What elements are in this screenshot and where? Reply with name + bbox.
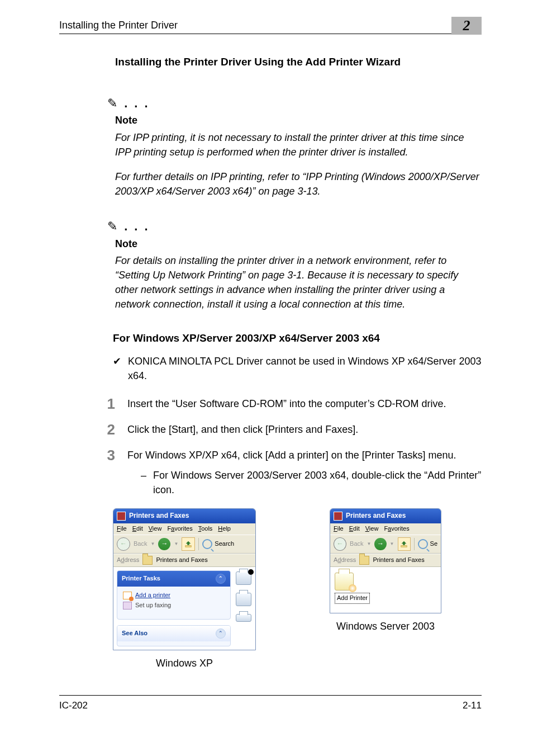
search-button[interactable]: Search — [202, 539, 234, 549]
collapse-icon[interactable]: ⌃ — [216, 629, 226, 639]
step-text: Click the [Start], and then click [Print… — [127, 422, 482, 437]
menu-edit[interactable]: Edit — [132, 525, 143, 533]
menu-help[interactable]: Help — [218, 525, 231, 533]
forward-button[interactable]: → — [374, 538, 386, 550]
note-text: For IPP printing, it is not necessary to… — [115, 130, 482, 159]
address-value: Printers and Faxes — [373, 556, 424, 565]
separator — [198, 538, 199, 550]
printer-item-icon[interactable] — [236, 614, 251, 622]
printer-item-icon[interactable] — [236, 593, 251, 606]
up-button[interactable] — [182, 537, 195, 551]
menu-favorites[interactable]: Favorites — [167, 525, 192, 533]
step-sub-bullet: – For Windows Server 2003/Server 2003 x6… — [141, 468, 482, 497]
window-title: Printers and Faxes — [129, 511, 189, 521]
menu-tools[interactable]: Tools — [198, 525, 213, 533]
back-label: Back — [134, 540, 147, 549]
search-icon — [202, 539, 212, 549]
screenshot-caption: Windows Server 2003 — [336, 619, 435, 634]
chapter-number: 2 — [463, 15, 470, 36]
search-label: Search — [215, 540, 234, 549]
menu-edit[interactable]: Edit — [349, 525, 360, 533]
step-number: 1 — [102, 396, 115, 411]
panel-header[interactable]: Printer Tasks ⌃ — [117, 571, 230, 587]
step-2: 2 Click the [Start], and then click [Pri… — [102, 422, 482, 437]
footer-right: 2-11 — [463, 699, 482, 713]
note-icon: ✎ . . . — [107, 218, 482, 235]
add-printer-icon — [335, 573, 354, 590]
screenshot-windows-server: Printers and Faxes File Edit View Favori… — [330, 508, 441, 613]
note-label: Note — [115, 113, 482, 127]
search-button[interactable]: Se — [418, 539, 437, 549]
panel-header[interactable]: See Also ⌃ — [117, 626, 230, 641]
address-label: Address — [334, 556, 356, 565]
dash-icon: – — [141, 468, 146, 497]
checklist-item: ✔ KONICA MINOLTA PCL Driver cannot be us… — [113, 354, 482, 383]
check-icon: ✔ — [113, 354, 121, 383]
step-1: 1 Insert the “User Software CD-ROM” into… — [102, 396, 482, 411]
folder-icon — [359, 556, 369, 565]
printer-item-icon[interactable] — [236, 571, 251, 585]
subheading: For Windows XP/Server 2003/XP x64/Server… — [113, 330, 482, 346]
back-button[interactable]: ← — [117, 537, 130, 551]
chevron-down-icon[interactable]: ▼ — [174, 541, 178, 547]
add-printer-label: Add a printer — [135, 591, 170, 600]
window-title: Printers and Faxes — [346, 511, 406, 521]
menu-view[interactable]: View — [149, 525, 162, 533]
panel-title: Printer Tasks — [122, 574, 160, 583]
menubar: File Edit View Favorites Tools Help — [113, 523, 255, 535]
note-block-1: ✎ . . . Note For IPP printing, it is not… — [115, 94, 482, 199]
screenshot-caption: Windows XP — [156, 656, 213, 670]
panel-title: See Also — [122, 629, 147, 638]
folder-icon — [142, 556, 153, 565]
checklist-text: KONICA MINOLTA PCL Driver cannot be used… — [128, 354, 482, 383]
page-header: Installing the Printer Driver 2 — [59, 17, 482, 34]
page-header-title: Installing the Printer Driver — [59, 18, 178, 32]
forward-button[interactable]: → — [158, 538, 170, 550]
back-button[interactable]: ← — [334, 537, 346, 551]
see-also-panel: See Also ⌃ — [117, 625, 231, 646]
fax-icon — [123, 602, 132, 609]
add-printer-label: Add Printer — [335, 593, 370, 604]
menu-view[interactable]: View — [365, 525, 379, 533]
back-label: Back — [350, 540, 363, 549]
search-label-partial: Se — [430, 540, 437, 549]
setup-faxing-link[interactable]: Set up faxing — [123, 601, 225, 610]
menu-file[interactable]: File — [334, 525, 344, 533]
step-number: 2 — [102, 422, 115, 437]
menubar: File Edit View Favorites — [330, 523, 441, 535]
screenshot-windows-xp: Printers and Faxes File Edit View Favori… — [113, 508, 256, 650]
search-icon — [418, 539, 428, 549]
menu-favorites[interactable]: Favorites — [384, 525, 409, 533]
svg-rect-1 — [401, 545, 407, 547]
add-printer-item[interactable]: Add Printer — [335, 573, 436, 604]
printers-folder-icon — [117, 512, 126, 521]
address-value: Printers and Faxes — [156, 556, 207, 565]
svg-rect-0 — [185, 545, 192, 547]
window-titlebar: Printers and Faxes — [330, 509, 441, 523]
step-text: For Windows XP/XP x64, click [Add a prin… — [127, 448, 482, 462]
up-button[interactable] — [398, 537, 411, 551]
printer-tasks-panel: Printer Tasks ⌃ Add a printer — [117, 570, 231, 620]
step-3: 3 For Windows XP/XP x64, click [Add a pr… — [102, 448, 482, 497]
section-title: Installing the Printer Driver Using the … — [115, 54, 482, 70]
footer-left: IC-202 — [59, 699, 88, 713]
step-text: Insert the “User Software CD-ROM” into t… — [127, 396, 482, 411]
chevron-down-icon[interactable]: ▼ — [390, 541, 394, 547]
window-titlebar: Printers and Faxes — [113, 509, 255, 523]
chevron-down-icon[interactable]: ▼ — [367, 541, 372, 547]
add-printer-icon — [123, 592, 132, 599]
address-bar: Address Printers and Faxes — [330, 554, 441, 567]
separator — [414, 538, 415, 550]
step-number: 3 — [102, 448, 115, 497]
address-label: Address — [117, 556, 139, 565]
note-text: For further details on IPP printing, ref… — [115, 169, 482, 199]
menu-file[interactable]: File — [117, 525, 127, 533]
note-block-2: ✎ . . . Note For details on installing t… — [115, 218, 482, 311]
add-printer-link[interactable]: Add a printer — [123, 591, 225, 600]
printers-folder-icon — [334, 512, 342, 521]
chevron-down-icon[interactable]: ▼ — [150, 541, 155, 547]
toolbar: ← Back ▼ → ▼ Se — [330, 535, 441, 554]
collapse-icon[interactable]: ⌃ — [216, 574, 226, 584]
toolbar: ← Back ▼ → ▼ Search — [113, 535, 255, 554]
setup-faxing-label: Set up faxing — [135, 601, 171, 610]
